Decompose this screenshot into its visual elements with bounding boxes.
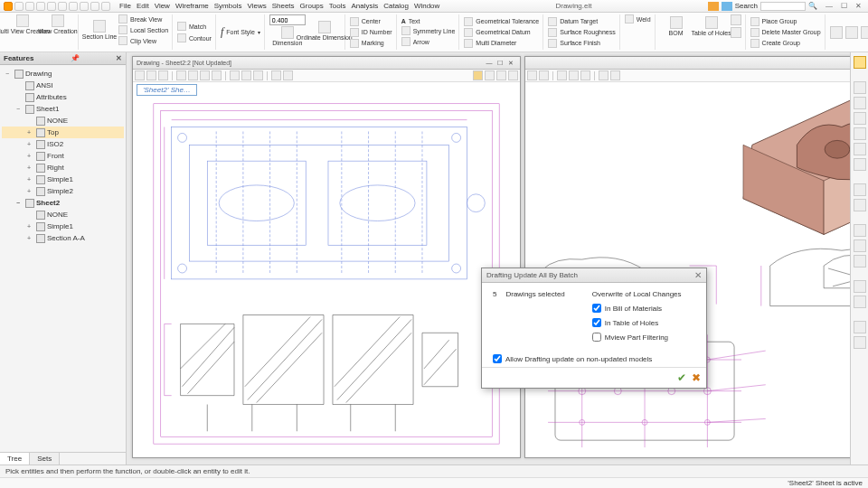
- tb-icon[interactable]: [212, 70, 222, 80]
- misc-tool-1[interactable]: [830, 26, 843, 39]
- qa-btn-9[interactable]: [101, 2, 110, 11]
- menu-view[interactable]: View: [155, 2, 170, 10]
- close-button[interactable]: ✕: [852, 2, 864, 11]
- drawing-canvas[interactable]: Drawing - Sheet2:2 [Not Updated] —☐✕ 'Sh…: [127, 52, 868, 465]
- features-pin-icon[interactable]: 📌: [71, 54, 80, 62]
- tab-sets[interactable]: Sets: [30, 453, 60, 465]
- table-of-holes-button[interactable]: Table of Holes: [695, 16, 728, 36]
- tb-icon[interactable]: [473, 70, 483, 80]
- line-tool-icon[interactable]: [854, 81, 866, 94]
- tree-node[interactable]: +ISO2: [2, 138, 124, 150]
- tb-icon[interactable]: [253, 70, 263, 80]
- tb-icon[interactable]: [496, 70, 506, 80]
- text-button[interactable]: AText: [401, 18, 456, 24]
- tb-icon[interactable]: [146, 70, 156, 80]
- chk-mview-filtering[interactable]: Mview Part Filtering: [592, 333, 682, 342]
- section-line-button[interactable]: Section Line: [83, 20, 116, 40]
- tree-node[interactable]: +Front: [2, 150, 124, 162]
- center-button[interactable]: Center: [350, 17, 392, 26]
- menu-analysis[interactable]: Analysis: [352, 2, 379, 10]
- features-close-icon[interactable]: ✕: [116, 54, 122, 62]
- arc-tool-icon[interactable]: [854, 143, 866, 155]
- rect-tool-icon[interactable]: [854, 97, 866, 109]
- maximize-button[interactable]: ☐: [837, 2, 850, 11]
- tb-icon[interactable]: [230, 70, 240, 80]
- dialog-ok-button[interactable]: ✔: [677, 371, 686, 384]
- tb-icon[interactable]: [539, 70, 549, 80]
- qa-btn-8[interactable]: [90, 2, 99, 11]
- chk-allow-update[interactable]: Allow Drafting update on non-updated mod…: [493, 354, 695, 363]
- select-tool-icon[interactable]: [854, 56, 866, 69]
- tree-node[interactable]: +Top: [2, 127, 124, 138]
- contour-button[interactable]: Contour: [177, 33, 212, 42]
- dim-tool-icon[interactable]: [854, 183, 866, 196]
- app-icon[interactable]: [4, 2, 13, 11]
- tree-node[interactable]: −Sheet1: [2, 103, 124, 115]
- dw-min-icon[interactable]: —: [484, 60, 495, 66]
- menu-catalog[interactable]: Catalog: [383, 2, 409, 10]
- tree-node[interactable]: +Section A-A: [2, 232, 124, 244]
- tree-node[interactable]: Attributes: [2, 91, 124, 103]
- bom-button[interactable]: BOM: [660, 16, 693, 36]
- arrow-button[interactable]: Arrow: [401, 37, 456, 46]
- tb-icon[interactable]: [527, 70, 537, 80]
- table-tool-2[interactable]: [731, 27, 741, 38]
- dimension-value-input[interactable]: [269, 14, 306, 25]
- poly-tool-icon[interactable]: [854, 127, 866, 140]
- place-group-button[interactable]: Place Group: [750, 17, 821, 26]
- multi-diameter-button[interactable]: Multi Diameter: [464, 39, 539, 48]
- settings-tool-icon[interactable]: [854, 321, 866, 333]
- tb-icon[interactable]: [508, 70, 518, 80]
- local-section-button[interactable]: Local Section: [118, 25, 168, 34]
- tb-icon[interactable]: [135, 70, 145, 80]
- tb-icon[interactable]: [599, 70, 609, 80]
- marking-button[interactable]: Marking: [350, 39, 392, 48]
- minimize-button[interactable]: —: [823, 2, 835, 11]
- misc-tool-3[interactable]: [861, 26, 868, 39]
- tb-icon[interactable]: [569, 70, 579, 80]
- tree-node[interactable]: +Simple1: [2, 174, 124, 185]
- snap-tool-icon[interactable]: [854, 224, 866, 237]
- tb-icon[interactable]: [610, 70, 620, 80]
- tb-icon[interactable]: [283, 70, 293, 80]
- dw-max-icon[interactable]: ☐: [495, 60, 505, 67]
- qa-btn-3[interactable]: [36, 2, 45, 11]
- multi-view-creation-button[interactable]: Multi View Creation: [6, 14, 39, 34]
- tb-icon[interactable]: [241, 70, 251, 80]
- help-tool-icon[interactable]: [854, 336, 866, 349]
- tree-node[interactable]: NONE: [2, 115, 124, 127]
- break-view-button[interactable]: Break View: [118, 14, 168, 23]
- ordinate-dimension-button[interactable]: Ordinate Dimension: [308, 21, 341, 41]
- tree-node[interactable]: −Drawing: [2, 68, 124, 80]
- tb-icon[interactable]: [580, 70, 590, 80]
- geo-datum-button[interactable]: Geometrical Datum: [464, 28, 539, 37]
- menu-groups[interactable]: Groups: [300, 2, 324, 10]
- tb-icon[interactable]: [485, 70, 495, 80]
- tab-tree[interactable]: Tree: [0, 453, 30, 465]
- geo-tolerance-button[interactable]: Geometrical Tolerance: [464, 17, 539, 26]
- qa-btn-2[interactable]: [25, 2, 34, 11]
- dialog-close-icon[interactable]: ✕: [694, 270, 702, 280]
- menu-wireframe[interactable]: Wireframe: [175, 2, 209, 10]
- sheet-tab[interactable]: 'Sheet2' She…: [137, 84, 197, 96]
- menu-tools[interactable]: Tools: [329, 2, 346, 10]
- tree-node[interactable]: NONE: [2, 209, 124, 221]
- circle-tool-icon[interactable]: [854, 112, 866, 125]
- misc-tool-2[interactable]: [845, 26, 858, 39]
- tb-icon[interactable]: [557, 70, 567, 80]
- clip-view-button[interactable]: Clip View: [118, 36, 168, 45]
- tb-icon[interactable]: [176, 70, 186, 80]
- measure-tool-icon[interactable]: [854, 280, 866, 293]
- search-icon[interactable]: 🔍: [808, 2, 817, 10]
- menu-views[interactable]: Views: [247, 2, 266, 10]
- tree-node[interactable]: ANSI: [2, 80, 124, 91]
- trim-tool-icon[interactable]: [854, 296, 866, 308]
- menu-window[interactable]: Window: [414, 2, 439, 10]
- weld-button[interactable]: Weld: [625, 14, 651, 23]
- qa-btn-1[interactable]: [14, 2, 24, 11]
- datum-target-button[interactable]: Datum Target: [548, 17, 615, 26]
- badge-1[interactable]: [708, 2, 719, 11]
- tb-icon[interactable]: [271, 70, 281, 80]
- font-style-button[interactable]: fFont Style▾: [221, 25, 260, 39]
- qa-btn-5[interactable]: [58, 2, 67, 11]
